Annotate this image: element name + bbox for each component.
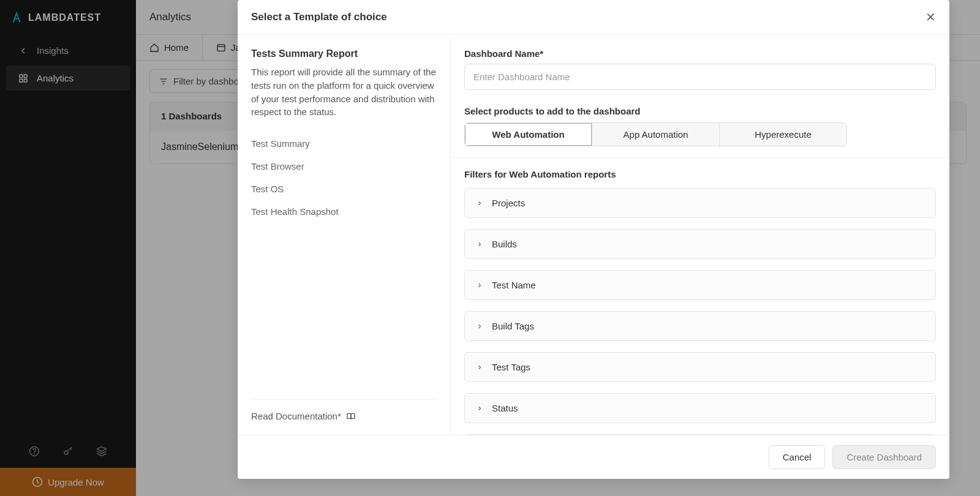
chevron-right-icon xyxy=(476,200,483,207)
filter-status[interactable]: Status xyxy=(464,393,936,423)
template-modal: Select a Template of choice ✕ Tests Summ… xyxy=(238,0,949,479)
modal-right-panel: Dashboard Name* Select products to add t… xyxy=(451,35,949,435)
read-docs-label: Read Documentation* xyxy=(251,411,341,421)
report-item-test-browser[interactable]: Test Browser xyxy=(251,155,437,178)
create-dashboard-button[interactable]: Create Dashboard xyxy=(832,445,936,469)
chevron-right-icon xyxy=(476,282,483,289)
report-item-test-summary[interactable]: Test Summary xyxy=(251,132,437,155)
report-title: Tests Summary Report xyxy=(251,48,437,59)
chevron-right-icon xyxy=(476,323,483,330)
dashboard-name-input[interactable] xyxy=(464,64,936,90)
filter-builds[interactable]: Builds xyxy=(464,229,936,259)
filter-build-tags-label: Build Tags xyxy=(492,321,534,331)
modal-footer: Cancel Create Dashboard xyxy=(238,435,949,479)
filter-builds-label: Builds xyxy=(492,239,517,249)
filter-projects[interactable]: Projects xyxy=(464,188,936,218)
modal-left-panel: Tests Summary Report This report will pr… xyxy=(238,35,451,435)
product-segmented-control: Web Automation App Automation Hyperexecu… xyxy=(464,122,847,146)
filter-test-name[interactable]: Test Name xyxy=(464,270,936,300)
filter-test-tags-label: Test Tags xyxy=(492,362,530,372)
product-web-automation[interactable]: Web Automation xyxy=(465,123,592,146)
close-icon: ✕ xyxy=(925,10,936,24)
filter-projects-label: Projects xyxy=(492,198,525,208)
dashboard-name-label: Dashboard Name* xyxy=(464,48,936,59)
product-hyperexecute[interactable]: Hyperexecute xyxy=(720,123,846,146)
read-documentation-link[interactable]: Read Documentation* xyxy=(251,399,437,421)
filter-status-label: Status xyxy=(492,403,518,413)
chevron-right-icon xyxy=(476,364,483,371)
chevron-right-icon xyxy=(476,405,483,412)
filter-test-name-label: Test Name xyxy=(492,280,536,290)
report-item-test-os[interactable]: Test OS xyxy=(251,178,437,200)
cancel-button[interactable]: Cancel xyxy=(769,445,826,469)
filter-build-tags[interactable]: Build Tags xyxy=(464,311,936,341)
modal-title: Select a Template of choice xyxy=(251,11,387,23)
close-button[interactable]: ✕ xyxy=(925,10,936,24)
book-icon xyxy=(346,411,356,421)
report-description: This report will provide all the summary… xyxy=(251,66,437,119)
report-item-test-health-snapshot[interactable]: Test Health Snapshot xyxy=(251,200,437,223)
product-app-automation[interactable]: App Automation xyxy=(592,123,720,146)
filter-test-tags[interactable]: Test Tags xyxy=(464,352,936,382)
chevron-right-icon xyxy=(476,241,483,248)
filters-scroll-area[interactable]: Filters for Web Automation reports Proje… xyxy=(451,158,949,435)
filters-section-title: Filters for Web Automation reports xyxy=(464,169,936,179)
modal-header: Select a Template of choice ✕ xyxy=(238,0,949,35)
select-products-label: Select products to add to the dashboard xyxy=(464,106,936,116)
